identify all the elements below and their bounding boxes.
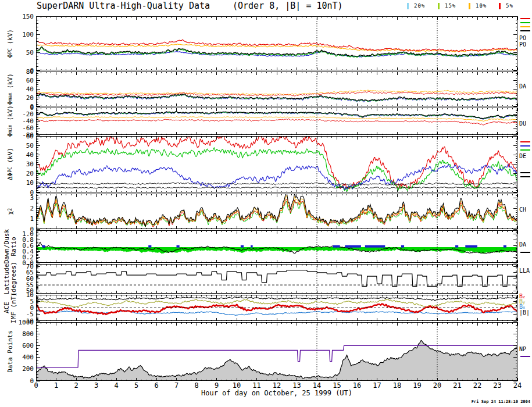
right-label-CH: CH: [519, 207, 526, 213]
legend-swatch-20%: [407, 3, 409, 9]
legend-label: 15%: [445, 3, 456, 9]
panel-ace-imf: 1050-5-10: [0, 295, 532, 321]
right-label-LLA: LLA: [519, 268, 530, 274]
ytick-label: 40: [26, 85, 34, 93]
ytick-label: 20: [26, 170, 34, 177]
xtick-label: 3: [94, 381, 98, 390]
ytick-label: 40: [26, 151, 34, 159]
quality-legend: 20%15%10%5%: [0, 2, 532, 11]
right-legend-dash: [520, 356, 530, 357]
ytick-label: 20: [26, 94, 34, 102]
ytick-label: 600: [22, 342, 34, 349]
ylabel-text-ace-imf: ACEIMF (nT): [3, 292, 17, 323]
xtick-label: 4: [114, 381, 118, 390]
ytick-label: 1000: [19, 319, 34, 326]
xtick-label: 8: [194, 381, 198, 390]
ylabel-phi-max: Φmax (kV): [1, 72, 20, 106]
ylabel-dawn-dusk: Dawn/DuskRatio: [1, 230, 20, 263]
ytick-label: 3: [30, 194, 34, 202]
right-legend-dash: [520, 18, 530, 19]
ylabel-text-phi-max: Φmax (kV): [7, 73, 14, 105]
legend-item-10%: 10%: [469, 2, 487, 10]
right-label-B: |B|: [519, 310, 530, 316]
panel-chi2: 3210: [0, 194, 532, 229]
xtick-label: 7: [174, 381, 178, 390]
ytick-label: 150: [22, 13, 34, 20]
xtick-label: 19: [413, 381, 421, 390]
d-black-upper: [36, 183, 517, 185]
ytick-label: 60: [26, 77, 34, 84]
ylabel-phi-min: Φmin (kV): [1, 108, 20, 135]
min-5pct: [36, 119, 517, 125]
xtick-label: 13: [292, 381, 301, 390]
ylabel-chi2: χ2: [1, 194, 20, 229]
xtick-label: 2: [74, 381, 78, 390]
ylabel-text-dawn-dusk: Dawn/DuskRatio: [3, 229, 17, 264]
xtick-label: 12: [273, 381, 281, 390]
xtick-label: 10: [233, 381, 241, 390]
xtick-label: 24: [513, 381, 522, 390]
panel-phi-min: 0-20-40-60-80: [0, 108, 532, 135]
right-label-PO: PO: [519, 35, 526, 41]
legend-item-5%: 5%: [499, 2, 513, 10]
legend-label: 20%: [414, 3, 425, 9]
right-label-PO: PO: [519, 42, 526, 48]
ylabel-data-points: Data Points: [1, 322, 20, 381]
xtick-label: 14: [313, 381, 321, 390]
xtick-label: 18: [393, 381, 401, 390]
ylabel-ace-imf: ACEIMF (nT): [1, 295, 20, 321]
panel-frame: [37, 72, 517, 106]
xtick-label: 17: [373, 381, 381, 390]
right-legend-dash: [520, 252, 530, 253]
right-legend-dash: [520, 26, 530, 27]
min-10pct: [36, 117, 517, 122]
d-black-lower: [36, 187, 517, 188]
right-legend-dash: [520, 172, 530, 173]
ylabel-phi-pc: ΦPC (kV): [1, 16, 20, 70]
legend-label: 10%: [476, 3, 487, 9]
chi-black: [36, 193, 517, 226]
panel-phi-max: 806040200: [0, 72, 532, 106]
right-legend-dash: [520, 30, 530, 31]
right-legend-dash: [520, 149, 530, 151]
ytick-label: 800: [22, 330, 34, 338]
ytick-label: 60: [26, 133, 34, 140]
right-legend-dash: [520, 145, 530, 147]
ylabel-dphi-pc: ΔΦPC (kV): [1, 136, 20, 192]
legend-item-20%: 20%: [407, 2, 425, 10]
legend-item-15%: 15%: [438, 2, 456, 10]
xtick-label: 6: [154, 381, 158, 390]
xtick-label: 21: [453, 381, 461, 390]
panel-dawn-dusk: 1.00.80.60.40.20.0: [0, 230, 532, 263]
panel-data-points: 10008006004002000: [0, 322, 532, 381]
legend-swatch-5%: [499, 3, 501, 9]
d-green: [36, 148, 517, 192]
ytick-label: 30: [26, 160, 34, 168]
right-legend-dash: [520, 141, 530, 142]
right-legend-dash: [520, 176, 530, 177]
right-label-DU: DU: [519, 121, 526, 127]
ylabel-text-chi2: χ2: [7, 208, 14, 215]
panel-frame: [37, 265, 517, 294]
ytick-label: 50: [26, 49, 34, 56]
ytick-label: 10: [26, 179, 34, 187]
legend-swatch-15%: [438, 3, 440, 9]
xtick-label: 23: [493, 381, 501, 390]
right-legend-dash: [520, 22, 530, 23]
generated-timestamp: Fri Sep 24 11:28:10 2004: [472, 399, 530, 404]
ytick-label: 200: [22, 365, 34, 373]
right-label-DE: DE: [519, 153, 526, 159]
xtick-label: 15: [333, 381, 341, 390]
panel-frame: [37, 17, 517, 70]
panel-phi-pc: 150100500: [0, 16, 532, 70]
right-label-DA: DA: [519, 242, 526, 248]
right-label-DA: DA: [519, 84, 526, 90]
ytick-label: 1: [30, 215, 34, 223]
ylabel-text-phi-min: Φmin (kV): [7, 105, 14, 137]
ylabel-text-latitude: Latitude(degrees): [3, 262, 17, 297]
ylabel-latitude: Latitude(degrees): [1, 264, 20, 294]
xtick-label: 22: [473, 381, 481, 390]
xtick-label: 9: [215, 381, 219, 390]
ytick-label: 80: [26, 68, 34, 76]
ylabel-text-dphi-pc: ΔΦPC (kV): [7, 148, 14, 180]
